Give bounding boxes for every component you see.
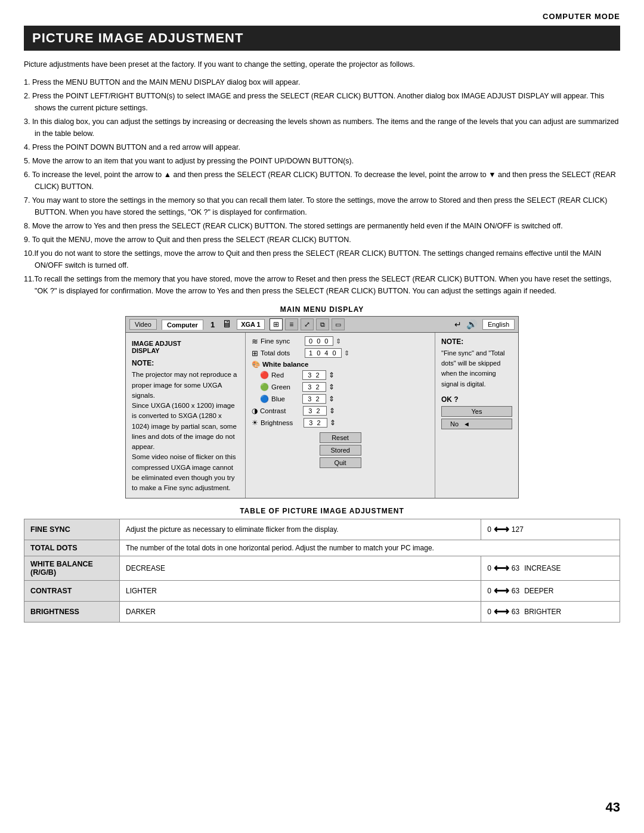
tab-computer[interactable]: Computer bbox=[162, 320, 203, 330]
yes-button[interactable]: Yes bbox=[441, 406, 512, 417]
brightness-end: 63 bbox=[512, 608, 519, 616]
xga-label: XGA 1 bbox=[237, 319, 265, 330]
step-4: 4. Press the POINT DOWN BUTTON and a red… bbox=[24, 141, 620, 153]
step-3: 3. In this dialog box, you can adjust th… bbox=[24, 116, 620, 140]
diagram-outer: Video Computer 1 🖥 XGA 1 ⊞ ≡ ⤢ ⧉ ▭ ↵ 🔊 E… bbox=[125, 316, 519, 498]
red-arrows: ⇕ bbox=[329, 371, 335, 379]
diagram-label: MAIN MENU DISPLAY bbox=[24, 305, 620, 314]
diagram-left: IMAGE ADJUSTDISPLAY NOTE: The projector … bbox=[126, 333, 245, 498]
image-adjust-label: IMAGE ADJUSTDISPLAY bbox=[132, 340, 239, 354]
quit-button[interactable]: Quit bbox=[320, 457, 361, 468]
contrast-icon: ◑ bbox=[252, 407, 258, 415]
page-number: 43 bbox=[606, 800, 620, 815]
fine-sync-desc: Adjust the picture as necessary to elimi… bbox=[120, 519, 481, 540]
green-value: 3 2 bbox=[302, 382, 326, 392]
brightness-label: Brightness bbox=[261, 419, 301, 426]
monitor-icon: 🖥 bbox=[222, 318, 232, 330]
icon-rect[interactable]: ▭ bbox=[332, 318, 345, 330]
no-arrow-icon: ◄ bbox=[463, 420, 470, 428]
language-label[interactable]: English bbox=[482, 319, 515, 330]
brightness-start: 0 bbox=[487, 608, 491, 616]
table-section: TABLE OF PICTURE IMAGE ADJUSTMENT FINE S… bbox=[24, 507, 620, 623]
icon-copy[interactable]: ⧉ bbox=[316, 318, 329, 330]
brightness-extra: BRIGHTER bbox=[524, 608, 561, 616]
diagram-body: IMAGE ADJUSTDISPLAY NOTE: The projector … bbox=[126, 333, 518, 498]
fine-sync-arrows: ⇕ bbox=[336, 337, 341, 345]
brightness-range: 0 ⟷ 63 BRIGHTER bbox=[481, 602, 620, 623]
contrast-name: CONTRAST bbox=[24, 581, 120, 602]
adj-table: FINE SYNC Adjust the picture as necessar… bbox=[24, 519, 620, 623]
total-dots-arrows: ⇕ bbox=[344, 349, 349, 357]
brightness-arrows: ⇕ bbox=[330, 419, 336, 427]
fine-sync-start: 0 bbox=[487, 525, 491, 534]
fine-sync-end: 127 bbox=[512, 525, 524, 534]
fine-sync-icon: ≋ bbox=[252, 337, 258, 346]
wb-icon: 🎨 bbox=[252, 360, 260, 368]
step-5: 5. Move the arrow to an item that you wa… bbox=[24, 155, 620, 167]
note-label-left: NOTE: bbox=[132, 359, 239, 367]
step-2: 2. Press the POINT LEFT/RIGHT BUTTON(s) … bbox=[24, 90, 620, 114]
brightness-row: ☀ Brightness 3 2 ⇕ bbox=[252, 418, 429, 428]
brightness-double-arrow: ⟷ bbox=[494, 605, 509, 618]
icon-expand[interactable]: ⤢ bbox=[301, 318, 314, 330]
wb-name: WHITE BALANCE (R/G/B) bbox=[24, 556, 120, 581]
menu-bar: Video Computer 1 🖥 XGA 1 ⊞ ≡ ⤢ ⧉ ▭ ↵ 🔊 E… bbox=[126, 317, 518, 333]
note-text-left: The projector may not reproduce a proper… bbox=[132, 370, 239, 493]
total-dots-name: TOTAL DOTS bbox=[24, 540, 120, 556]
blue-icon: 🔵 bbox=[260, 395, 269, 403]
contrast-range: 0 ⟷ 63 DEEPER bbox=[481, 581, 620, 602]
diagram-section: MAIN MENU DISPLAY Video Computer 1 🖥 XGA… bbox=[24, 305, 620, 498]
wb-desc: DECREASE bbox=[120, 556, 481, 581]
red-value: 3 2 bbox=[302, 370, 326, 380]
no-label: No bbox=[450, 420, 459, 428]
step-8: 8. Move the arrow to Yes and then press … bbox=[24, 220, 620, 232]
stored-button[interactable]: Stored bbox=[320, 445, 361, 456]
total-dots-icon: ⊞ bbox=[252, 349, 258, 358]
wb-start: 0 bbox=[487, 564, 491, 572]
table-label: TABLE OF PICTURE IMAGE ADJUSTMENT bbox=[24, 507, 620, 515]
icon-bars[interactable]: ≡ bbox=[285, 318, 298, 330]
wb-range: 0 ⟷ 63 INCREASE bbox=[481, 556, 620, 581]
blue-value: 3 2 bbox=[302, 394, 326, 404]
contrast-arrows: ⇕ bbox=[329, 407, 335, 415]
brightness-name: BRIGHTNESS bbox=[24, 602, 120, 623]
green-icon: 🟢 bbox=[260, 383, 269, 391]
contrast-extra: DEEPER bbox=[524, 587, 553, 595]
green-label: Green bbox=[271, 383, 300, 391]
arrow-icon: ↵ bbox=[454, 320, 462, 329]
wb-label: White balance bbox=[262, 361, 308, 368]
contrast-value: 3 2 bbox=[303, 406, 327, 416]
green-arrows: ⇕ bbox=[329, 383, 335, 391]
btn-row: Reset Stored Quit bbox=[252, 432, 429, 468]
blue-row: 🔵 Blue 3 2 ⇕ bbox=[260, 394, 429, 404]
fine-sync-row: ≋ Fine sync 0 0 0 ⇕ bbox=[252, 336, 429, 346]
contrast-label: Contrast bbox=[260, 407, 301, 414]
wb-end: 63 bbox=[512, 564, 519, 572]
red-icon: 🔴 bbox=[260, 371, 269, 379]
red-label: Red bbox=[271, 371, 300, 379]
fine-sync-desc-text: Adjust the picture as necessary to elimi… bbox=[126, 525, 339, 534]
note-label-right: NOTE: bbox=[441, 337, 512, 346]
tab-video[interactable]: Video bbox=[129, 319, 157, 330]
menu-number: 1 bbox=[210, 320, 215, 329]
step-11: 11.To recall the settings from the memor… bbox=[24, 273, 620, 297]
step-1: 1. Press the MENU BUTTON and the MAIN ME… bbox=[24, 76, 620, 88]
page-title: PICTURE IMAGE ADJUSTMENT bbox=[24, 26, 620, 51]
step-9: 9. To quit the MENU, move the arrow to Q… bbox=[24, 234, 620, 246]
diagram-right: NOTE: "Fine sync" and "Total dots" will … bbox=[435, 333, 518, 498]
total-dots-label: Total dots bbox=[261, 349, 302, 357]
red-row: 🔴 Red 3 2 ⇕ bbox=[260, 370, 429, 380]
fine-sync-range: 0 ⟷ 127 bbox=[481, 519, 620, 540]
brightness-desc: DARKER bbox=[120, 602, 481, 623]
steps-list: 1. Press the MENU BUTTON and the MAIN ME… bbox=[24, 76, 620, 297]
icon-grid[interactable]: ⊞ bbox=[270, 318, 283, 330]
icon-group: ⊞ ≡ ⤢ ⧉ ▭ bbox=[270, 318, 345, 330]
contrast-double-arrow: ⟷ bbox=[494, 584, 509, 597]
total-dots-desc: The number of the total dots in one hori… bbox=[120, 540, 620, 556]
wb-sub: 🔴 Red 3 2 ⇕ 🟢 Green 3 2 ⇕ 🔵 Blue bbox=[252, 370, 429, 404]
section-header: COMPUTER MODE bbox=[24, 12, 620, 21]
no-button[interactable]: No ◄ bbox=[441, 419, 512, 429]
contrast-end: 63 bbox=[512, 587, 519, 595]
fine-sync-double-arrow: ⟷ bbox=[494, 523, 509, 536]
reset-button[interactable]: Reset bbox=[320, 432, 361, 443]
